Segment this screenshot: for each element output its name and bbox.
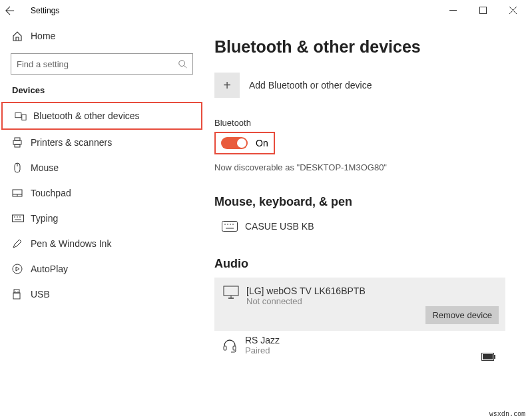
- device-name: [LG] webOS TV LK616BPTB: [246, 286, 366, 296]
- svg-rect-38: [483, 354, 493, 359]
- search-input[interactable]: Find a setting: [11, 53, 193, 75]
- home-icon: [12, 31, 27, 41]
- back-button[interactable]: [5, 6, 21, 15]
- bluetooth-toggle[interactable]: [221, 137, 248, 149]
- discoverable-text: Now discoverable as "DESKTOP-1M3OG80": [214, 162, 505, 172]
- sidebar: Home Find a setting Devices Bluetooth & …: [0, 21, 204, 420]
- usb-icon: [12, 289, 27, 300]
- svg-rect-35: [224, 346, 226, 350]
- sidebar-item-autoplay[interactable]: AutoPlay: [0, 256, 204, 282]
- bluetooth-section-label: Bluetooth: [214, 118, 505, 128]
- bluetooth-device-icon: [15, 110, 29, 121]
- sidebar-item-touchpad[interactable]: Touchpad: [0, 180, 204, 206]
- device-row-headset[interactable]: RS Jazz Paired: [214, 331, 505, 365]
- device-row-keyboard[interactable]: CASUE USB KB: [214, 216, 505, 237]
- sidebar-item-printers[interactable]: Printers & scanners: [0, 130, 204, 155]
- sidebar-item-bluetooth[interactable]: Bluetooth & other devices: [1, 102, 202, 130]
- svg-rect-9: [15, 138, 20, 140]
- search-icon: [178, 59, 187, 69]
- keyboard-icon: [12, 214, 27, 223]
- sidebar-item-mouse[interactable]: Mouse: [0, 155, 204, 180]
- close-button[interactable]: [498, 0, 528, 20]
- group-mouse-keyboard-title: Mouse, keyboard, & pen: [214, 195, 505, 209]
- sidebar-item-label: Typing: [31, 213, 58, 224]
- plus-icon[interactable]: +: [214, 73, 240, 98]
- keyboard-icon: [220, 221, 240, 232]
- svg-rect-36: [233, 346, 236, 350]
- svg-rect-1: [480, 7, 487, 13]
- svg-rect-10: [15, 144, 20, 147]
- pen-icon: [12, 238, 27, 249]
- window-title: Settings: [31, 6, 59, 15]
- home-nav[interactable]: Home: [0, 24, 204, 48]
- mouse-icon: [12, 162, 27, 173]
- headset-icon: [220, 335, 240, 355]
- device-row-tv[interactable]: [LG] webOS TV LK616BPTB Not connected Re…: [214, 278, 505, 331]
- minimize-button[interactable]: [438, 0, 468, 20]
- devices-group-label: Devices: [0, 85, 204, 102]
- bluetooth-toggle-row: On: [214, 132, 275, 154]
- watermark: wsxdn.com: [489, 410, 525, 417]
- svg-rect-23: [13, 293, 20, 299]
- home-label: Home: [31, 31, 55, 41]
- touchpad-icon: [12, 188, 27, 198]
- toggle-state-label: On: [256, 138, 268, 148]
- sidebar-item-pen[interactable]: Pen & Windows Ink: [0, 231, 204, 256]
- sidebar-item-usb[interactable]: USB: [0, 282, 204, 307]
- device-status: Not connected: [246, 296, 366, 306]
- sidebar-item-label: Touchpad: [31, 188, 71, 198]
- sidebar-item-label: Printers & scanners: [31, 137, 112, 148]
- svg-line-5: [184, 66, 187, 69]
- monitor-icon: [221, 286, 241, 299]
- svg-rect-7: [22, 114, 26, 120]
- svg-rect-39: [494, 355, 495, 359]
- add-device-row[interactable]: + Add Bluetooth or other device: [214, 73, 505, 98]
- svg-point-21: [13, 264, 22, 274]
- svg-rect-22: [14, 290, 19, 293]
- group-audio-title: Audio: [214, 257, 505, 271]
- printer-icon: [12, 137, 27, 148]
- svg-point-4: [179, 61, 185, 67]
- sidebar-item-label: Pen & Windows Ink: [31, 238, 111, 249]
- svg-rect-16: [13, 215, 24, 222]
- battery-icon: [481, 353, 496, 361]
- page-title: Bluetooth & other devices: [214, 37, 505, 57]
- search-placeholder: Find a setting: [17, 59, 178, 69]
- sidebar-item-label: USB: [31, 289, 50, 300]
- autoplay-icon: [12, 264, 27, 274]
- sidebar-item-label: Mouse: [31, 162, 59, 173]
- svg-rect-26: [222, 222, 238, 232]
- maximize-button[interactable]: [468, 0, 498, 20]
- device-name: RS Jazz: [245, 335, 280, 345]
- sidebar-item-typing[interactable]: Typing: [0, 206, 204, 231]
- add-device-label: Add Bluetooth or other device: [249, 80, 372, 91]
- content-area: Bluetooth & other devices + Add Bluetoot…: [204, 21, 528, 420]
- svg-rect-8: [13, 140, 21, 144]
- svg-rect-6: [15, 113, 21, 118]
- remove-device-button[interactable]: Remove device: [425, 306, 499, 324]
- device-status: Paired: [245, 345, 280, 355]
- sidebar-item-label: AutoPlay: [31, 264, 68, 274]
- device-name: CASUE USB KB: [245, 221, 314, 232]
- sidebar-item-label: Bluetooth & other devices: [33, 110, 140, 121]
- svg-rect-32: [224, 286, 238, 296]
